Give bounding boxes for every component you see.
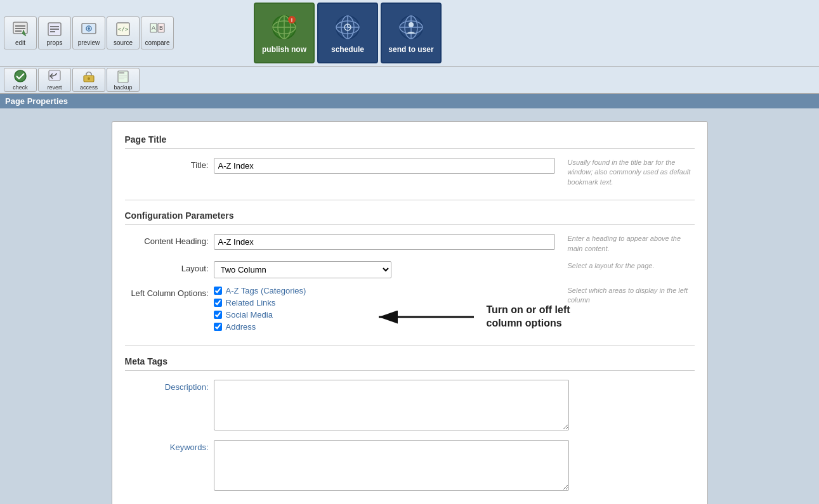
edit-button[interactable]: edit bbox=[4, 16, 37, 49]
schedule-label: schedule bbox=[331, 45, 364, 54]
compare-label: compare bbox=[145, 39, 170, 46]
title-row: Title: Usually found in the title bar fo… bbox=[125, 158, 695, 187]
check-icon bbox=[11, 69, 29, 83]
edit-icon bbox=[11, 20, 29, 38]
title-input-area bbox=[214, 158, 555, 174]
publish-buttons-group: ! publish now schedule bbox=[254, 3, 442, 63]
svg-text:B: B bbox=[159, 25, 163, 31]
description-label: Description: bbox=[125, 380, 214, 392]
svg-rect-46 bbox=[119, 77, 127, 77]
keywords-textarea[interactable] bbox=[214, 440, 569, 491]
config-section: Configuration Parameters Content Heading… bbox=[125, 210, 695, 333]
annotation-text: Turn on or off leftcolumn options bbox=[487, 304, 570, 330]
schedule-icon bbox=[332, 12, 363, 42]
backup-icon bbox=[114, 69, 132, 83]
preview-icon bbox=[80, 20, 98, 38]
content-heading-row: Content Heading: Enter a heading to appe… bbox=[125, 234, 695, 254]
section-divider-2 bbox=[125, 346, 695, 346]
check-button[interactable]: check bbox=[4, 68, 37, 92]
az-tags-link[interactable]: A-Z Tags (Categories) bbox=[226, 286, 306, 295]
publish-now-icon: ! bbox=[269, 12, 299, 42]
layout-row: Layout: Two Column One Column Three Colu… bbox=[125, 261, 695, 278]
content-heading-label: Content Heading: bbox=[125, 234, 214, 246]
svg-text:</>: </> bbox=[118, 26, 129, 32]
annotation-arrow bbox=[360, 301, 487, 333]
keywords-label: Keywords: bbox=[125, 440, 214, 452]
compare-icon: A B bbox=[148, 20, 166, 38]
source-button[interactable]: </> source bbox=[107, 16, 140, 49]
send-to-user-label: send to user bbox=[388, 45, 433, 54]
meta-tags-header: Meta Tags bbox=[125, 356, 695, 371]
description-textarea[interactable] bbox=[214, 380, 569, 430]
publish-now-button[interactable]: ! publish now bbox=[254, 3, 315, 63]
meta-tags-section: Meta Tags Description: Keywords: bbox=[125, 356, 695, 493]
page-title-section: Page Title Title: Usually found in the t… bbox=[125, 134, 695, 187]
toolbar: edit props preview bbox=[0, 0, 819, 67]
svg-point-42 bbox=[88, 77, 90, 80]
layout-select[interactable]: Two Column One Column Three Column bbox=[214, 261, 391, 278]
backup-button[interactable]: backup bbox=[107, 68, 140, 92]
access-button[interactable]: access bbox=[72, 68, 105, 92]
page-properties-label: Page Properties bbox=[5, 96, 68, 106]
left-column-label: Left Column Options: bbox=[125, 286, 214, 298]
related-links-checkbox[interactable] bbox=[214, 299, 222, 307]
svg-rect-45 bbox=[119, 75, 127, 75]
layout-input-area: Two Column One Column Three Column bbox=[214, 261, 555, 278]
content-heading-hint: Enter a heading to appear above the main… bbox=[568, 234, 695, 254]
svg-rect-44 bbox=[119, 72, 124, 74]
page-title-header: Page Title bbox=[125, 134, 695, 149]
address-checkbox[interactable] bbox=[214, 323, 222, 331]
svg-point-11 bbox=[88, 27, 90, 30]
svg-text:A: A bbox=[152, 25, 155, 31]
keywords-input-area bbox=[214, 440, 695, 493]
send-to-user-icon bbox=[396, 12, 426, 42]
title-label: Title: bbox=[125, 158, 214, 170]
schedule-button[interactable]: schedule bbox=[317, 3, 378, 63]
access-icon bbox=[80, 69, 98, 83]
social-media-checkbox[interactable] bbox=[214, 311, 222, 319]
related-links-link[interactable]: Related Links bbox=[226, 298, 276, 307]
az-tags-row: A-Z Tags (Categories) bbox=[214, 286, 555, 295]
edit-label: edit bbox=[15, 39, 25, 46]
layout-hint: Select a layout for the page. bbox=[568, 261, 695, 271]
title-input[interactable] bbox=[214, 158, 555, 174]
send-to-user-button[interactable]: send to user bbox=[381, 3, 442, 63]
source-label: source bbox=[114, 39, 133, 46]
toolbar-row2: check revert access bbox=[0, 67, 819, 94]
props-label: props bbox=[46, 39, 62, 46]
preview-label: preview bbox=[78, 39, 100, 46]
description-input-area bbox=[214, 380, 695, 432]
left-column-hint: Select which areas to display in the lef… bbox=[568, 286, 695, 306]
form-container: Page Title Title: Usually found in the t… bbox=[112, 121, 708, 504]
revert-label: revert bbox=[47, 84, 62, 91]
source-icon: </> bbox=[114, 20, 132, 38]
address-link[interactable]: Address bbox=[226, 322, 256, 332]
backup-label: backup bbox=[114, 84, 132, 91]
props-icon bbox=[46, 20, 63, 38]
keywords-row: Keywords: bbox=[125, 440, 695, 493]
title-hint: Usually found in the title bar for the w… bbox=[568, 158, 695, 187]
svg-text:!: ! bbox=[291, 17, 293, 23]
props-button[interactable]: props bbox=[38, 16, 71, 49]
compare-button[interactable]: A B compare bbox=[141, 16, 174, 49]
preview-button[interactable]: preview bbox=[72, 16, 105, 49]
revert-button[interactable]: revert bbox=[38, 68, 71, 92]
social-media-link[interactable]: Social Media bbox=[226, 310, 273, 320]
toolbar-small-tools: edit props preview bbox=[4, 16, 174, 49]
revert-icon bbox=[46, 69, 63, 83]
content-heading-input-area bbox=[214, 234, 555, 250]
page-properties-bar: Page Properties bbox=[0, 94, 819, 108]
layout-label: Layout: bbox=[125, 261, 214, 273]
az-tags-checkbox[interactable] bbox=[214, 287, 222, 295]
check-label: check bbox=[13, 84, 28, 91]
access-label: access bbox=[80, 84, 98, 91]
svg-point-39 bbox=[15, 70, 26, 82]
content-heading-input[interactable] bbox=[214, 234, 555, 250]
description-row: Description: bbox=[125, 380, 695, 432]
section-divider-1 bbox=[125, 200, 695, 200]
main-content: Page Title Title: Usually found in the t… bbox=[0, 108, 819, 504]
svg-rect-0 bbox=[13, 22, 27, 34]
svg-point-38 bbox=[409, 22, 414, 27]
publish-now-label: publish now bbox=[262, 45, 306, 54]
svg-rect-47 bbox=[119, 79, 124, 79]
